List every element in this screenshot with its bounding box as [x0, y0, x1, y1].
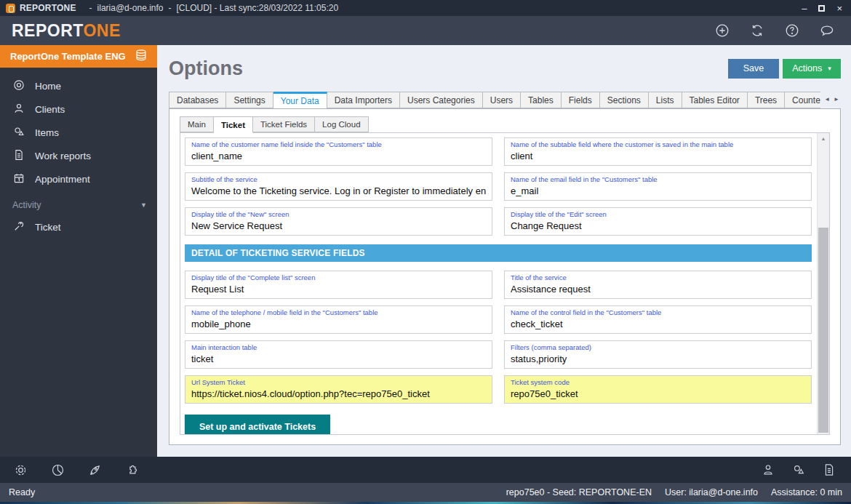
app-body: ReportOne Template ENG Home Clients Item… [0, 45, 851, 457]
field-ticket-system-code[interactable]: Ticket system code repo75e0_ticket [504, 375, 812, 404]
tab-users-categories[interactable]: Users Categories [400, 92, 483, 108]
actions-button[interactable]: Actions▾ [783, 59, 841, 79]
field-url-system-ticket[interactable]: Url System Ticket https://ticket.nios4.c… [185, 375, 492, 404]
sidebar-item-home[interactable]: Home [0, 74, 157, 97]
rocket-icon[interactable] [87, 463, 103, 478]
field-value: Request List [191, 284, 486, 295]
tab-lists[interactable]: Lists [649, 92, 682, 108]
wrench-icon [12, 220, 25, 235]
sidebar-item-clients[interactable]: Clients [0, 97, 157, 121]
bottom-toolbar [0, 457, 851, 483]
person-icon [12, 102, 25, 117]
statusbar: Ready repo75e0 - Seed: REPORTONE-EN User… [0, 483, 851, 502]
sidebar-item-work-reports[interactable]: Work reports [0, 144, 157, 167]
section-label: Activity [12, 200, 41, 210]
field-label: Display title of the "Edit" screen [511, 210, 805, 218]
tab-your-data[interactable]: Your Data [273, 92, 327, 108]
field-label: Name of the control field in the "Custom… [511, 308, 805, 316]
field-label: Url System Ticket [191, 378, 486, 386]
sidebar-item-ticket[interactable]: Ticket [0, 215, 157, 239]
tab-scroll-right-icon[interactable]: ► [834, 96, 839, 103]
tab-fields[interactable]: Fields [562, 92, 600, 108]
field-control-field[interactable]: Name of the control field in the "Custom… [504, 305, 812, 334]
field-service-subtitle[interactable]: Subtitle of the service Welcome to the T… [185, 172, 492, 201]
field-value: check_ticket [511, 319, 805, 329]
sidebar-item-appointment[interactable]: Appointment [0, 167, 157, 191]
subtab-ticket-fields[interactable]: Ticket Fields [253, 116, 315, 132]
setup-tickets-button[interactable]: Set up and activate Tickets [185, 415, 330, 434]
status-database: repo75e0 - Seed: REPORTONE-EN [506, 487, 652, 497]
field-new-screen-title[interactable]: Display title of the "New" screen New Se… [185, 207, 492, 236]
field-label: Subtitle of the service [191, 175, 486, 183]
subtab-log-cloud[interactable]: Log Cloud [315, 116, 368, 132]
subtab-ticket[interactable]: Ticket [214, 116, 253, 133]
chat-icon[interactable] [819, 23, 835, 39]
field-value: New Service Request [191, 220, 486, 231]
field-mobile-phone[interactable]: Name of the telephone / mobile field in … [185, 305, 492, 334]
tab-databases[interactable]: Databases [169, 92, 226, 108]
field-filters[interactable]: Filters (comma separated) status,priorit… [504, 340, 812, 369]
field-label: Display title of the "Complete list" scr… [191, 273, 486, 281]
help-icon[interactable] [784, 23, 800, 39]
field-label: Name of the customer name field inside t… [191, 140, 486, 148]
maximize-button[interactable] [818, 4, 825, 13]
settings-gear-icon[interactable] [13, 463, 28, 478]
sidebar-section-activity[interactable]: Activity ▼ [0, 191, 157, 215]
field-value: https://ticket.nios4.cloud/option.php?te… [191, 388, 486, 399]
tab-scroll-arrows: ◄ ► [824, 96, 839, 103]
tab-scroll-left-icon[interactable]: ◄ [824, 96, 830, 103]
add-icon[interactable] [714, 23, 730, 39]
scroll-up-icon[interactable]: ▲ [818, 133, 829, 144]
field-value: e_mail [511, 185, 805, 196]
field-service-title[interactable]: Title of the service Assistance request [504, 271, 812, 299]
app-window: REPORTONE - ilaria@d-one.info - [CLOUD] … [0, 0, 851, 504]
field-subtable-customer[interactable]: Name of the subtable field where the cus… [504, 137, 812, 166]
field-value: Welcome to the Ticketing service. Log in… [191, 185, 486, 196]
header-buttons: Save Actions▾ [728, 59, 841, 79]
vertical-scrollbar[interactable]: ▲ [817, 133, 829, 434]
header-actions [714, 23, 839, 39]
field-value: repo75e0_ticket [511, 388, 805, 399]
minimize-button[interactable]: – [802, 4, 807, 13]
tab-users[interactable]: Users [483, 92, 521, 108]
scrollbar-thumb[interactable] [818, 228, 828, 433]
subtab-main[interactable]: Main [180, 116, 214, 132]
tab-tables-editor[interactable]: Tables Editor [682, 92, 748, 108]
shapes-icon[interactable] [791, 463, 806, 477]
tab-data-importers[interactable]: Data Importers [327, 92, 400, 108]
close-button[interactable]: × [836, 4, 842, 13]
save-button[interactable]: Save [728, 59, 779, 79]
field-customer-name[interactable]: Name of the customer name field inside t… [185, 137, 492, 166]
sidebar-nav: Home Clients Items Work reports Appointm… [0, 68, 157, 191]
titlebar-separator: - [169, 3, 172, 13]
document-icon [12, 148, 25, 164]
field-complete-list-title[interactable]: Display title of the "Complete list" scr… [185, 271, 492, 299]
titlebar: REPORTONE - ilaria@d-one.info - [CLOUD] … [0, 0, 851, 16]
tab-tables[interactable]: Tables [521, 92, 562, 108]
field-main-interaction-table[interactable]: Main interaction table ticket [185, 340, 492, 369]
tab-sections[interactable]: Sections [600, 92, 649, 108]
page-title: Options [169, 57, 243, 80]
tab-counters[interactable]: Counters [785, 92, 820, 108]
app-logo: REPORTONE [12, 21, 121, 41]
tab-settings[interactable]: Settings [226, 92, 273, 108]
plugin-puzzle-icon[interactable] [124, 463, 140, 478]
user-icon[interactable] [761, 463, 775, 477]
sidebar-item-items[interactable]: Items [0, 121, 157, 144]
subtabs: Main Ticket Ticket Fields Log Cloud [180, 116, 840, 132]
database-icon [134, 48, 148, 65]
sidebar-database-selector[interactable]: ReportOne Template ENG [0, 45, 157, 68]
sync-icon[interactable] [749, 23, 765, 39]
chevron-down-icon: ▼ [140, 201, 147, 209]
pie-chart-icon[interactable] [50, 463, 65, 478]
sidebar-item-label: Ticket [35, 222, 61, 233]
field-edit-screen-title[interactable]: Display title of the "Edit" screen Chang… [504, 207, 812, 236]
titlebar-app-name: REPORTONE [20, 3, 76, 13]
tab-trees[interactable]: Trees [748, 92, 785, 108]
actions-label: Actions [792, 63, 822, 73]
document-icon[interactable] [822, 463, 836, 477]
field-email[interactable]: Name of the email field in the "Customer… [504, 172, 812, 201]
logo-accent: ONE [83, 21, 120, 40]
toolbar-right [761, 463, 838, 477]
field-label: Name of the subtable field where the cus… [511, 140, 805, 148]
